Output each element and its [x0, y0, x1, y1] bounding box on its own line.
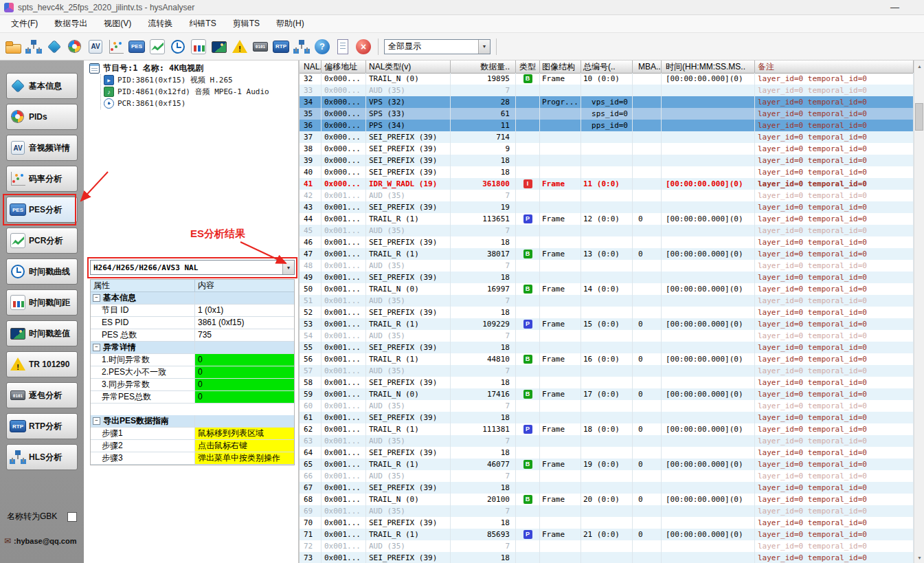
property-row[interactable]: −异常详情	[91, 342, 294, 354]
close-icon[interactable]: ×	[354, 38, 372, 56]
nal-format-select[interactable]: H264/H265/H266/AVS3 NAL ▼	[90, 260, 295, 275]
table-row[interactable]: 700x001...SEI_PREFIX (39)18layer_id=0 te…	[300, 517, 914, 529]
sidebar-item-tr101290[interactable]: !TR 101290	[6, 351, 78, 377]
table-row[interactable]: 590x001...TRAIL_N (0)17416BFrame17 (0:0)…	[300, 388, 914, 400]
table-row[interactable]: 620x001...TRAIL_R (1)111381PFrame18 (0:0…	[300, 423, 914, 435]
table-row[interactable]: 500x001...TRAIL_N (0)16997BFrame14 (0:0)…	[300, 283, 914, 295]
table-row[interactable]: 340x000...VPS (32)28Progr...vps_id=0laye…	[300, 96, 914, 108]
menu-item-help[interactable]: 帮助(H)	[268, 15, 313, 32]
menu-item-file[interactable]: 文件(F)	[3, 15, 46, 32]
property-row[interactable]: −基本信息	[91, 292, 294, 305]
table-row[interactable]: 610x001...SEI_PREFIX (39)18layer_id=0 te…	[300, 412, 914, 423]
table-row[interactable]: 460x001...SEI_PREFIX (39)18layer_id=0 te…	[300, 236, 914, 248]
table-row[interactable]: 530x001...TRAIL_R (1)109229PFrame15 (0:0…	[300, 318, 914, 330]
table-row[interactable]: 480x001...AUD (35)7layer_id=0 temporal_i…	[300, 260, 914, 272]
pes-icon[interactable]: PES	[128, 38, 146, 56]
sidebar-item-timestamp-gap[interactable]: 时间戳间距	[6, 289, 78, 316]
table-row[interactable]: 410x000...IDR_W_RADL (19)361800IFrame11 …	[300, 178, 914, 190]
display-filter-select[interactable]: 全部显示 ▼	[384, 39, 491, 54]
table-row[interactable]: 450x001...AUD (35)7layer_id=0 temporal_i…	[300, 225, 914, 236]
property-row[interactable]: 异常PES总数0	[91, 391, 294, 404]
collapse-icon[interactable]: −	[93, 294, 100, 302]
table-row[interactable]: 370x000...SEI_PREFIX (39)714layer_id=0 t…	[300, 131, 914, 143]
tree-root[interactable]: 节目号:1 名称: 4K电视剧	[89, 63, 298, 74]
minimize-button[interactable]: —	[885, 2, 905, 12]
table-row[interactable]: 520x001...SEI_PREFIX (39)18layer_id=0 te…	[300, 307, 914, 318]
gbk-checkbox[interactable]	[67, 512, 77, 522]
timestamp-gap-icon[interactable]	[190, 38, 207, 56]
property-row[interactable]: −导出PES数据指南	[91, 415, 294, 428]
column-header-note[interactable]: 备注	[755, 60, 914, 73]
table-row[interactable]: 430x001...SEI_PREFIX (39)19layer_id=0 te…	[300, 201, 914, 213]
menu-item-clip-ts[interactable]: 剪辑TS	[225, 15, 268, 32]
property-row[interactable]: ES PID3861 (0xf15)	[91, 317, 294, 329]
scroll-down-icon[interactable]: ▼	[914, 552, 924, 563]
property-row[interactable]: 1.时间异常数0	[91, 354, 294, 366]
table-row[interactable]: 390x000...SEI_PREFIX (39)18layer_id=0 te…	[300, 155, 914, 166]
column-header-st[interactable]: 图像结构	[540, 60, 581, 73]
packet-icon[interactable]: 0101	[251, 38, 269, 56]
scrollbar-thumb[interactable]	[915, 103, 923, 131]
table-row[interactable]: 350x000...SPS (33)61sps_id=0layer_id=0 t…	[300, 108, 914, 120]
stream-tree-icon[interactable]	[25, 38, 43, 56]
property-row[interactable]: PES 总数735	[91, 329, 294, 342]
report-icon[interactable]	[334, 38, 352, 56]
table-row[interactable]: 360x000...PPS (34)11pps_id=0layer_id=0 t…	[300, 120, 914, 131]
property-row[interactable]: 步骤1鼠标移到列表区域	[91, 428, 294, 440]
table-row[interactable]: 660x001...AUD (35)7layer_id=0 temporal_i…	[300, 470, 914, 482]
sidebar-item-av-detail[interactable]: AV音视频详情	[6, 135, 78, 161]
basic-info-icon[interactable]	[45, 38, 63, 56]
table-row[interactable]: 650x001...TRAIL_R (1)46077BFrame19 (0:0)…	[300, 459, 914, 470]
property-row[interactable]: 3.同步异常数0	[91, 379, 294, 391]
av-detail-icon[interactable]: AV	[87, 38, 104, 56]
table-row[interactable]: 720x001...AUD (35)7layer_id=0 temporal_i…	[300, 540, 914, 552]
menu-item-stream-convert[interactable]: 流转换	[139, 15, 181, 32]
open-folder-icon[interactable]	[4, 38, 22, 56]
menu-item-data-export[interactable]: 数据导出	[46, 15, 95, 32]
column-header-off[interactable]: 偏移地址	[322, 60, 366, 73]
table-row[interactable]: 420x001...AUD (35)7layer_id=0 temporal_i…	[300, 190, 914, 201]
sidebar-item-pcr[interactable]: PCR分析	[6, 228, 78, 254]
table-row[interactable]: 560x001...TRAIL_R (1)44810BFrame16 (0:0)…	[300, 353, 914, 365]
table-row[interactable]: 510x001...AUD (35)7layer_id=0 temporal_i…	[300, 295, 914, 307]
column-header-tm[interactable]: 时间(HH:MM:SS.MS..	[662, 60, 755, 73]
table-row[interactable]: 490x001...SEI_PREFIX (39)18layer_id=0 te…	[300, 272, 914, 283]
table-row[interactable]: 600x001...AUD (35)7layer_id=0 temporal_i…	[300, 400, 914, 412]
column-header-no[interactable]: 总编号(..	[581, 60, 633, 73]
sidebar-item-pes[interactable]: PESPES分析	[6, 197, 78, 223]
table-row[interactable]: 470x001...TRAIL_R (1)38017BFrame13 (0:0)…	[300, 248, 914, 260]
table-row[interactable]: 710x001...TRAIL_R (1)85693PFrame21 (0:0)…	[300, 529, 914, 540]
table-row[interactable]: 680x001...TRAIL_N (0)20100BFrame20 (0:0)…	[300, 494, 914, 505]
pcr-icon[interactable]	[148, 38, 166, 56]
sidebar-item-pids[interactable]: PIDs	[6, 104, 78, 130]
sidebar-item-packet[interactable]: 0101逐包分析	[6, 382, 78, 408]
table-row[interactable]: 640x001...SEI_PREFIX (39)18layer_id=0 te…	[300, 447, 914, 459]
property-row[interactable]: 步骤3弹出菜单中按类别操作	[91, 452, 294, 465]
table-row[interactable]: 730x001...SEI_PREFIX (39)18layer_id=0 te…	[300, 552, 914, 563]
column-header-t[interactable]: NAL类型(v)	[366, 60, 451, 73]
property-row[interactable]: 2.PES大小不一致0	[91, 366, 294, 379]
sidebar-item-timestamp-curve[interactable]: 时间戳曲线	[6, 258, 78, 285]
sidebar-item-hls[interactable]: HLS分析	[6, 444, 78, 470]
column-header-n[interactable]: NAL..	[300, 60, 322, 73]
table-row[interactable]: 380x000...SEI_PREFIX (39)9layer_id=0 tem…	[300, 143, 914, 155]
tree-item[interactable]: ♪PID:4861(0x12fd) 音频 MPEG-1 Audio	[104, 86, 298, 98]
table-row[interactable]: 550x001...SEI_PREFIX (39)18layer_id=0 te…	[300, 342, 914, 353]
property-row[interactable]: 节目 ID1 (0x1)	[91, 305, 294, 317]
timestamp-diff-icon[interactable]	[210, 38, 228, 56]
sidebar-item-rtp[interactable]: RTPRTP分析	[6, 413, 78, 439]
bitrate-icon[interactable]	[107, 38, 125, 56]
table-row[interactable]: 670x001...SEI_PREFIX (39)18layer_id=0 te…	[300, 482, 914, 494]
table-row[interactable]: 440x001...TRAIL_R (1)113651PFrame12 (0:0…	[300, 213, 914, 225]
hls-icon[interactable]	[293, 38, 311, 56]
menu-item-fix-ts[interactable]: 纠错TS	[181, 15, 224, 32]
table-row[interactable]: 320x000...TRAIL_N (0)19895BFrame10 (0:0)…	[300, 73, 914, 85]
pids-icon[interactable]	[66, 38, 84, 56]
table-row[interactable]: 400x000...SEI_PREFIX (39)18layer_id=0 te…	[300, 166, 914, 178]
timestamp-curve-icon[interactable]	[169, 38, 187, 56]
collapse-icon[interactable]: −	[93, 344, 100, 351]
sidebar-item-basic-info[interactable]: 基本信息	[6, 73, 78, 99]
column-header-b[interactable]: 类型	[516, 60, 540, 73]
chevron-down-icon[interactable]: ▼	[478, 40, 490, 54]
sidebar-item-timestamp-diff[interactable]: 时间戳差值	[6, 320, 78, 346]
